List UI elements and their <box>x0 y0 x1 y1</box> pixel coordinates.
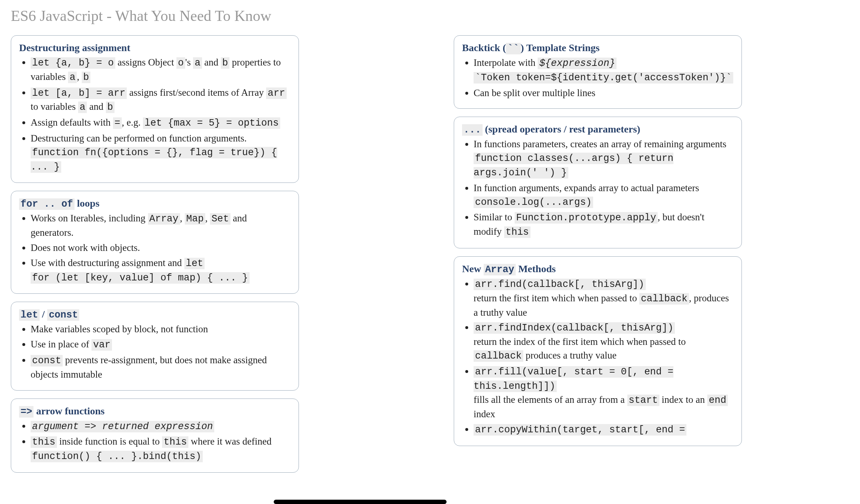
list-item: arr.findIndex(callback[, thisArg])return… <box>474 321 734 363</box>
code-snippet: let {max = 5} = options <box>143 117 280 129</box>
card-heading: Destructuring assignment <box>19 42 291 54</box>
code-heading: Array <box>484 264 516 275</box>
code-snippet: function() { ... }.bind(this) <box>31 451 203 462</box>
code-inline: const <box>31 355 63 366</box>
code-inline: callback <box>474 350 523 362</box>
card-for-of: for .. of loops Works on Iterables, incl… <box>11 191 299 294</box>
list-item: In function arguments, expands array to … <box>474 181 734 210</box>
code-heading: let <box>19 309 40 321</box>
card-list: let {a, b} = o assigns Object o's a and … <box>19 56 291 174</box>
card-heading: New Array Methods <box>462 263 734 275</box>
card-heading: for .. of loops <box>19 198 291 210</box>
code-snippet: let [a, b] = arr <box>31 87 127 99</box>
card-destructuring: Destructuring assignment let {a, b} = o … <box>11 35 299 183</box>
card-heading: => arrow functions <box>19 405 291 417</box>
list-item: In functions parameters, creates an arra… <box>474 138 734 180</box>
card-list: Interpolate with ${expression}`Token tok… <box>462 56 734 100</box>
code-snippet: function classes(...args) { return args.… <box>474 153 673 179</box>
card-let-const: let / const Make variables scoped by blo… <box>11 302 299 390</box>
code-inline: o <box>176 57 185 69</box>
code-heading: const <box>47 309 79 321</box>
code-heading: => <box>19 406 33 418</box>
list-item: Interpolate with ${expression}`Token tok… <box>474 56 734 85</box>
list-item: Use in place of var <box>31 338 291 352</box>
list-item: arr.fill(value[, start = 0[, end = this.… <box>474 365 734 421</box>
code-snippet: for (let [key, value] of map) { ... } <box>31 272 250 284</box>
code-inline: = <box>113 117 122 129</box>
list-item: const prevents re-assignment, but does n… <box>31 354 291 382</box>
code-inline: start <box>627 395 659 406</box>
code-snippet: let {a, b} = o <box>31 57 115 69</box>
list-item: let [a, b] = arr assigns first/second it… <box>31 86 291 115</box>
card-template-strings: Backtick (``) Template Strings Interpola… <box>454 35 742 109</box>
code-inline: end <box>707 395 728 406</box>
list-item: Use with destructuring assignment and le… <box>31 256 291 285</box>
code-inline: this <box>504 226 530 238</box>
code-inline: var <box>91 339 112 351</box>
code-heading: `` <box>506 43 520 54</box>
list-item: Can be split over multiple lines <box>474 86 734 100</box>
right-column: Backtick (``) Template Strings Interpola… <box>454 35 742 473</box>
code-inline: callback <box>639 293 689 305</box>
code-inline: Function.prototype.apply <box>515 212 658 224</box>
columns: Destructuring assignment let {a, b} = o … <box>11 35 849 473</box>
list-item: let {a, b} = o assigns Object o's a and … <box>31 56 291 85</box>
card-heading: let / const <box>19 309 291 320</box>
list-item: this inside function is equal to this wh… <box>31 435 291 464</box>
code-inline: a <box>68 72 77 83</box>
card-array-methods: New Array Methods arr.find(callback[, th… <box>454 256 742 446</box>
card-list: In functions parameters, creates an arra… <box>462 138 734 239</box>
list-item: Assign defaults with =, e.g. let {max = … <box>31 116 291 130</box>
list-item: Works on Iterables, including Array, Map… <box>31 212 291 240</box>
code-snippet: arr.copyWithin(target, start[, end = <box>474 424 686 436</box>
code-inline: Set <box>210 213 230 225</box>
list-item: Does not work with objects. <box>31 241 291 255</box>
card-heading: Backtick (``) Template Strings <box>462 42 734 54</box>
code-snippet: function fn({options = {}, flag = true})… <box>31 147 277 173</box>
card-heading: ... (spread operators / rest parameters) <box>462 123 734 135</box>
card-list: Works on Iterables, including Array, Map… <box>19 212 291 285</box>
list-item: arr.copyWithin(target, start[, end = <box>474 423 734 437</box>
list-item: argument => returned expression <box>31 419 291 434</box>
code-snippet: `Token token=${identity.get('accessToken… <box>474 72 733 84</box>
code-inline: a <box>78 102 87 113</box>
code-inline: b <box>106 102 115 113</box>
code-snippet: argument => returned expression <box>31 421 214 432</box>
code-snippet: arr.find(callback[, thisArg]) <box>474 279 646 290</box>
code-inline: b <box>82 72 90 83</box>
list-item: arr.find(callback[, thisArg])return the … <box>474 277 734 319</box>
list-item: Similar to Function.prototype.apply, but… <box>474 211 734 239</box>
code-inline: ${expression} <box>538 58 617 69</box>
code-snippet: arr.fill(value[, start = 0[, end = this.… <box>474 366 673 392</box>
code-heading: for .. of <box>19 198 75 210</box>
page-title: ES6 JavaScript - What You Need To Know <box>11 7 849 24</box>
code-inline: arr <box>266 87 287 99</box>
code-heading: ... <box>462 124 483 136</box>
card-arrow-functions: => arrow functions argument => returned … <box>11 399 299 473</box>
code-inline: Map <box>185 213 205 225</box>
code-inline: this <box>31 436 57 448</box>
code-inline: b <box>221 57 229 69</box>
code-inline: let <box>184 258 205 269</box>
code-snippet: console.log(...args) <box>474 197 593 208</box>
card-list: argument => returned expression this ins… <box>19 419 291 464</box>
card-list: arr.find(callback[, thisArg])return the … <box>462 277 734 437</box>
list-item: Destructuring can be performed on functi… <box>31 132 291 174</box>
card-list: Make variables scoped by block, not func… <box>19 323 291 381</box>
code-snippet: arr.findIndex(callback[, thisArg]) <box>474 322 675 334</box>
list-item: Make variables scoped by block, not func… <box>31 323 291 336</box>
code-inline: a <box>193 57 202 69</box>
left-column: Destructuring assignment let {a, b} = o … <box>11 35 299 473</box>
code-inline: Array <box>148 213 180 225</box>
code-inline: this <box>162 436 188 448</box>
card-spread-rest: ... (spread operators / rest parameters)… <box>454 117 742 248</box>
